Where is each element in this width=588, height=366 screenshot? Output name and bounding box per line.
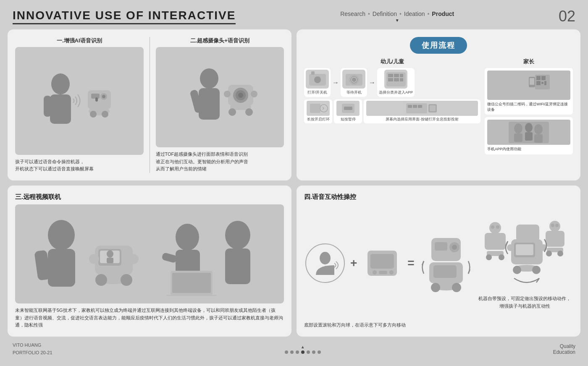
- dot-5: [307, 350, 310, 354]
- flow-row1: 打开/开关机 → 等待开机 → 选择分类并进入APP: [304, 68, 480, 97]
- parent-img1: [487, 71, 570, 100]
- svg-rect-114: [516, 225, 539, 241]
- svg-point-25: [314, 76, 321, 83]
- svg-point-22: [228, 108, 236, 116]
- result-robot-svg: [419, 234, 473, 293]
- svg-point-106: [491, 225, 494, 229]
- card1-illustration2: [156, 47, 284, 147]
- svg-rect-34: [400, 74, 403, 77]
- dot-7: [318, 350, 321, 354]
- svg-point-71: [107, 250, 113, 258]
- device-svg: [361, 246, 403, 280]
- card1-sub2-title: 二.超感摄像头+语音识别: [156, 37, 284, 44]
- step4-img: [307, 101, 330, 116]
- svg-rect-35: [388, 78, 393, 81]
- svg-rect-64: [534, 134, 543, 143]
- card3-title: 三.远程视频联机: [15, 193, 284, 201]
- card4-right: 机器自带预设，可固定做出预设的移动动作，增强孩子与机器的互动性: [477, 216, 573, 310]
- card4-title: 四.语音互动性操控: [304, 193, 573, 201]
- svg-rect-4: [91, 94, 100, 99]
- parent-label: 家长: [485, 58, 573, 65]
- footer-left: VITO HUANG PORTFOLIO 20-21: [13, 342, 52, 356]
- header: INNOVATIVE USE OF INTERACTIVE Research •…: [0, 0, 588, 29]
- svg-point-102: [431, 283, 440, 292]
- card1-right: 二.超感摄像头+语音识别: [156, 37, 284, 173]
- flow-step3: 选择分类并进入APP: [377, 68, 415, 97]
- footer-center: ▲: [285, 345, 321, 354]
- svg-point-0: [51, 73, 70, 94]
- footer-arrow: ▲: [301, 345, 305, 349]
- footer-portfolio: PORTFOLIO 20-21: [13, 349, 52, 357]
- step6-label: 屏幕内选择应用界面·按键打开全息投影投射: [386, 117, 459, 122]
- svg-rect-50: [541, 76, 546, 80]
- formula-device: [361, 246, 403, 280]
- svg-rect-49: [536, 76, 541, 80]
- svg-point-107: [496, 225, 499, 229]
- svg-point-57: [512, 73, 520, 81]
- svg-rect-51: [536, 81, 541, 85]
- parent-step2: 手机APP内使用功能: [485, 117, 573, 154]
- flow-row2: 长按开启灯环 短按暂停 屏幕内选择应用界面·按键打开全息投影投射: [304, 99, 480, 123]
- svg-rect-47: [430, 105, 436, 111]
- svg-point-117: [507, 244, 514, 251]
- svg-point-109: [486, 254, 492, 260]
- card-usage-flow: 使用流程 幼儿/儿童 打开/开关机 →: [297, 29, 580, 180]
- main-grid: 一.增强AI语音识别: [0, 29, 588, 341]
- svg-point-103: [452, 283, 461, 292]
- svg-rect-36: [394, 78, 399, 81]
- card1-desc1: 孩子可以通过语音命令操控机器， 开机状态下可以通过语音直接唤醒屏幕: [15, 158, 144, 173]
- svg-point-61: [525, 123, 533, 132]
- svg-point-125: [555, 224, 559, 227]
- svg-point-18: [238, 93, 243, 98]
- svg-rect-100: [433, 265, 457, 278]
- card1-illustration1: [15, 47, 144, 155]
- nav-arrow-down: ▼: [340, 18, 454, 23]
- svg-point-128: [557, 251, 563, 256]
- formula-result: [419, 234, 473, 293]
- video-call-svg: [28, 212, 271, 296]
- card4-bottom-desc: 底部设置滚轮和万向球，在语示意下可多方向移动: [304, 322, 573, 329]
- svg-point-124: [551, 224, 554, 227]
- dot-2: [290, 350, 294, 354]
- svg-point-63: [534, 124, 543, 134]
- card1-sub1-title: 一.增强AI语音识别: [15, 37, 144, 44]
- svg-rect-32: [388, 74, 393, 77]
- svg-point-90: [373, 270, 377, 274]
- svg-rect-44: [413, 105, 417, 108]
- svg-point-127: [546, 251, 552, 256]
- formula-section: + =: [304, 234, 473, 293]
- footer-dots: [285, 350, 321, 354]
- plus-op: +: [350, 256, 357, 270]
- svg-rect-52: [541, 82, 543, 84]
- card3-desc: 未来智能互联网基于5G技术下，家教机可以独立成为终端并通过互联网连接到其他终端设…: [15, 307, 284, 329]
- svg-rect-38: [310, 104, 320, 113]
- svg-rect-55: [530, 78, 534, 85]
- svg-rect-91: [379, 271, 387, 274]
- dot-3: [296, 350, 299, 354]
- svg-rect-33: [394, 74, 399, 77]
- footer-name: VITO HUANG: [13, 342, 52, 349]
- svg-point-77: [121, 274, 132, 286]
- flow-step5: 短按暂停: [334, 99, 362, 123]
- dot-1: [285, 350, 288, 354]
- flow-step4: 长按开启灯环: [304, 99, 332, 123]
- arrow2: →: [369, 79, 375, 86]
- svg-rect-72: [107, 258, 113, 263]
- svg-rect-45: [418, 105, 422, 108]
- svg-point-87: [320, 252, 331, 264]
- parent-desc1: 微信公众号扫描二维码，通过WIFI/蓝牙绑定连接设备: [487, 102, 568, 112]
- svg-rect-41: [344, 107, 352, 110]
- formula-person: [304, 242, 346, 284]
- svg-rect-42: [406, 103, 427, 113]
- robots-arrows-svg: [483, 216, 567, 292]
- svg-rect-82: [172, 273, 211, 293]
- card1-left: 一.增强AI语音识别: [15, 37, 144, 173]
- svg-point-78: [176, 224, 199, 251]
- step4-label: 长按开启灯环: [307, 117, 330, 122]
- svg-rect-83: [166, 295, 217, 296]
- parent-step1: 微信公众号扫描二维码，通过WIFI/蓝牙绑定连接设备: [485, 68, 573, 115]
- svg-rect-104: [485, 233, 506, 250]
- step6-img: [366, 101, 478, 116]
- svg-rect-89: [370, 254, 394, 269]
- camera-illustration-svg: [178, 64, 262, 131]
